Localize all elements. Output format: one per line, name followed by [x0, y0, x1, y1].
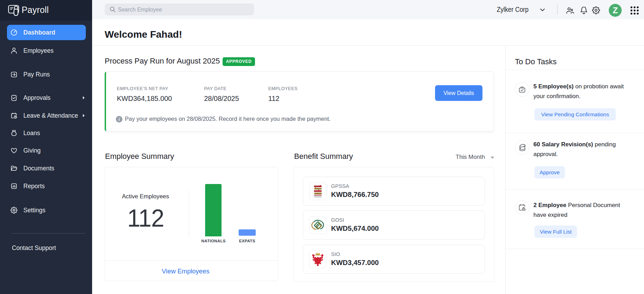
svg-text:i: i	[119, 117, 120, 122]
